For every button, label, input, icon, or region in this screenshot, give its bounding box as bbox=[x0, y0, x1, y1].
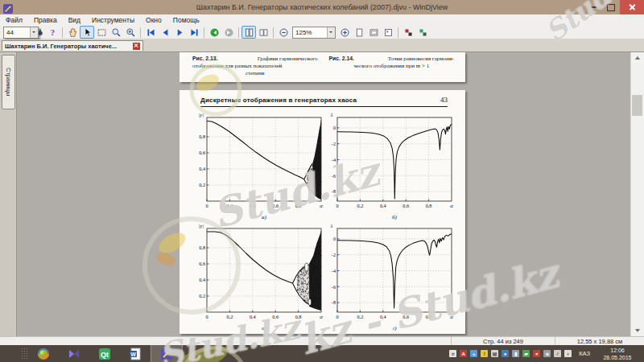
svg-text:-6: -6 bbox=[332, 284, 336, 290]
svg-text:0: 0 bbox=[205, 203, 208, 208]
menu-help[interactable]: Помощь bbox=[167, 16, 205, 24]
rect-select-tool-button[interactable] bbox=[94, 26, 109, 39]
zoom-combobox[interactable]: 125% bbox=[292, 27, 336, 39]
tray-status-icon[interactable]: ▰ bbox=[522, 350, 530, 357]
page-number-value: 44 bbox=[4, 29, 30, 36]
svg-text:0: 0 bbox=[333, 236, 336, 241]
language-indicator[interactable]: КАЗ bbox=[579, 350, 590, 357]
scroll-up-icon[interactable] bbox=[631, 51, 644, 63]
taskbar-clock[interactable]: 12:06 28.05.2015 bbox=[597, 347, 638, 361]
menu-file[interactable]: Файл bbox=[0, 16, 28, 24]
document-view: Рис. 2.13.Графики гармонического отображ… bbox=[17, 51, 630, 337]
vertical-scrollbar[interactable] bbox=[630, 51, 644, 336]
last-page-button[interactable] bbox=[187, 26, 201, 39]
main-area: Страницы Рис. 2.13.Графики гармоническог… bbox=[0, 51, 644, 336]
next-page-button[interactable] bbox=[172, 26, 187, 39]
sidebar-pages-tab[interactable]: Страницы bbox=[2, 55, 15, 109]
tray-signal-icon[interactable]: ᵢᶦ bbox=[554, 350, 561, 357]
page-number-combobox[interactable]: 44 bbox=[3, 27, 39, 39]
export-page-button[interactable] bbox=[415, 26, 430, 39]
fit-width-button[interactable] bbox=[366, 26, 381, 39]
plot-lyapunov-g: 00,20,40,60,8α0-2-4-6-8λг) bbox=[321, 222, 456, 333]
svg-text:0,8: 0,8 bbox=[199, 134, 205, 139]
svg-text:0,4: 0,4 bbox=[380, 314, 386, 319]
taskbar-grip[interactable] bbox=[21, 348, 28, 360]
history-forward-button[interactable] bbox=[221, 26, 236, 39]
color-mode-button[interactable] bbox=[401, 26, 415, 39]
tray-volume-icon[interactable]: ◖ bbox=[564, 350, 572, 357]
taskbar-word-icon[interactable]: W bbox=[120, 345, 151, 362]
svg-text:0,4: 0,4 bbox=[199, 277, 205, 282]
actual-size-button[interactable] bbox=[381, 26, 395, 39]
svg-text:W: W bbox=[130, 351, 136, 356]
plot-bifurcation-v: 00,20,40,60,8α0,20,40,60,8|y|в) bbox=[191, 222, 326, 333]
menu-tools[interactable]: Инструменты bbox=[86, 16, 140, 24]
page-number: 43 bbox=[440, 96, 448, 104]
clock-time: 12:06 bbox=[597, 347, 638, 354]
svg-text:-2: -2 bbox=[332, 141, 336, 146]
svg-text:0,2: 0,2 bbox=[227, 203, 233, 208]
zoom-combo-dropdown-icon[interactable] bbox=[327, 27, 335, 38]
maximize-button[interactable] bbox=[602, 0, 620, 14]
minimize-button[interactable] bbox=[584, 0, 602, 14]
single-page-layout-button[interactable] bbox=[242, 26, 256, 39]
svg-text:|y|: |y| bbox=[199, 112, 204, 117]
tray-usb-icon[interactable]: ⊎ bbox=[543, 350, 551, 357]
zoom-decrease-button[interactable] bbox=[276, 26, 291, 39]
taskbar-windjview-icon[interactable] bbox=[151, 345, 183, 362]
svg-text:?: ? bbox=[50, 28, 54, 37]
taskbar-qt-icon[interactable]: Qt bbox=[89, 345, 120, 362]
menu-edit[interactable]: Правка bbox=[28, 16, 63, 24]
first-page-button[interactable] bbox=[143, 26, 158, 39]
tab-close-icon[interactable] bbox=[133, 43, 140, 50]
current-page: Дискретные отображения в генераторах хао… bbox=[180, 90, 465, 334]
menu-window[interactable]: Окно bbox=[140, 16, 167, 24]
svg-text:в): в) bbox=[262, 325, 266, 331]
taskbar: Qt W ⌗ A » ! ▤ ● ▮ ▰ × ⊎ ᵢᶦ ◖ КАЗ 12:06 … bbox=[0, 345, 644, 362]
page-header: Дискретные отображения в генераторах хао… bbox=[200, 96, 448, 107]
tray-grid-icon[interactable]: ▤ bbox=[491, 350, 498, 357]
taskbar-browser-icon[interactable] bbox=[28, 345, 59, 362]
fit-page-button[interactable] bbox=[352, 26, 366, 39]
svg-text:0,4: 0,4 bbox=[250, 203, 256, 208]
page-combo-dropdown-icon[interactable] bbox=[30, 27, 38, 38]
tray-pdf-icon[interactable]: A bbox=[460, 350, 467, 357]
tray-muted-speaker-icon[interactable]: × bbox=[533, 350, 540, 357]
zoom-out-tool-button[interactable] bbox=[109, 26, 123, 39]
document-tab-label: Шахтарин Б.И. Генераторы хаотиче... bbox=[5, 43, 131, 50]
zoom-in-tool-button[interactable] bbox=[123, 26, 138, 39]
svg-text:0,4: 0,4 bbox=[199, 166, 205, 171]
scrollbar-thumb[interactable] bbox=[632, 95, 642, 116]
running-title: Дискретные отображения в генераторах хао… bbox=[200, 97, 440, 104]
svg-text:0,2: 0,2 bbox=[357, 314, 364, 319]
select-tool-button[interactable] bbox=[80, 26, 94, 39]
document-tab[interactable]: Шахтарин Б.И. Генераторы хаотиче... bbox=[2, 40, 143, 51]
svg-text:-2: -2 bbox=[332, 252, 336, 257]
help-button[interactable]: ? bbox=[45, 26, 60, 39]
menu-bar: Файл Правка Вид Инструменты Окно Помощь bbox=[0, 14, 644, 27]
previous-page: Рис. 2.13.Графики гармонического отображ… bbox=[180, 52, 465, 82]
tray-device-icon[interactable]: ▮ bbox=[512, 350, 519, 357]
pan-tool-button[interactable] bbox=[65, 26, 80, 39]
svg-text:0,8: 0,8 bbox=[295, 314, 302, 319]
svg-text:0: 0 bbox=[333, 125, 336, 130]
svg-text:λ: λ bbox=[330, 112, 333, 117]
taskbar-kmplayer-icon[interactable] bbox=[59, 345, 89, 362]
scroll-down-icon[interactable] bbox=[631, 325, 644, 336]
svg-text:0,4: 0,4 bbox=[380, 203, 386, 208]
svg-text:|y|: |y| bbox=[199, 223, 204, 228]
menu-view[interactable]: Вид bbox=[63, 16, 86, 24]
tray-alert-icon[interactable]: ! bbox=[481, 350, 488, 357]
close-button[interactable] bbox=[620, 0, 644, 14]
history-back-button[interactable] bbox=[207, 26, 221, 39]
zoom-value: 125% bbox=[293, 29, 327, 36]
tray-globe-icon[interactable]: ● bbox=[502, 350, 509, 357]
title-bar: Шахтарин Б.И. Генераторы хаотических кол… bbox=[0, 0, 644, 14]
tray-keyboard-icon[interactable]: ⌗ bbox=[449, 350, 456, 357]
zoom-increase-button[interactable] bbox=[337, 26, 352, 39]
facing-layout-button[interactable] bbox=[256, 26, 270, 39]
prev-page-button[interactable] bbox=[158, 26, 172, 39]
tray-share-icon[interactable]: » bbox=[470, 350, 477, 357]
svg-text:0: 0 bbox=[205, 314, 208, 319]
svg-text:0,6: 0,6 bbox=[272, 314, 279, 319]
